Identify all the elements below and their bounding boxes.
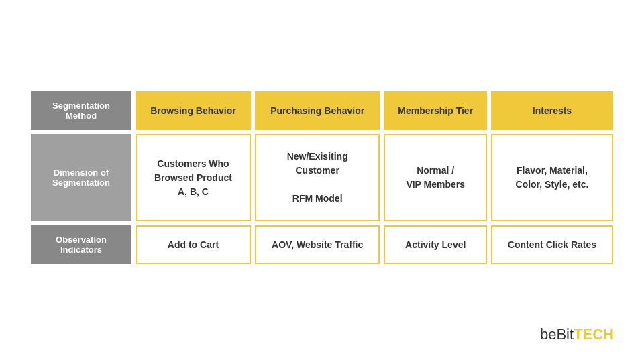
segmentation-method-label: SegmentationMethod: [31, 91, 131, 130]
dimension-label: Dimension ofSegmentation: [31, 134, 131, 221]
browsing-behavior-text: Browsing Behavior: [150, 105, 236, 116]
dimension-membership: Normal /VIP Members: [384, 134, 487, 221]
header-membership-tier: Membership Tier: [384, 91, 487, 130]
header-purchasing-behavior: Purchasing Behavior: [255, 91, 380, 130]
content-click-rates-text: Content Click Rates: [508, 239, 596, 250]
header-interests: Interests: [491, 91, 613, 130]
add-to-cart-text: Add to Cart: [168, 239, 219, 250]
observation-row: ObservationIndicators Add to Cart AOV, W…: [31, 225, 613, 264]
observation-purchasing: AOV, Website Traffic: [255, 225, 380, 264]
observation-interests: Content Click Rates: [491, 225, 613, 264]
aov-website-traffic-text: AOV, Website Traffic: [272, 239, 363, 250]
dimension-purchasing: New/ExisitingCustomerRFM Model: [255, 134, 380, 221]
dimension-row: Dimension ofSegmentation Customers WhoBr…: [31, 134, 613, 221]
purchasing-behavior-text: Purchasing Behavior: [270, 105, 364, 116]
observation-membership: Activity Level: [384, 225, 487, 264]
header-row: SegmentationMethod Browsing Behavior Pur…: [31, 91, 613, 130]
logo-text-thick: TECH: [574, 326, 614, 343]
logo: beBitTECH: [540, 326, 614, 343]
interests-text: Interests: [533, 105, 572, 116]
membership-tier-text: Membership Tier: [398, 105, 473, 116]
logo-text-thin: beBit: [540, 326, 574, 343]
dimension-browsing: Customers WhoBrowsed ProductA, B, C: [136, 134, 251, 221]
header-browsing-behavior: Browsing Behavior: [136, 91, 251, 130]
observation-label: ObservationIndicators: [31, 225, 131, 264]
dimension-interests: Flavor, Material,Color, Style, etc.: [491, 134, 613, 221]
observation-browsing: Add to Cart: [136, 225, 251, 264]
segmentation-table: SegmentationMethod Browsing Behavior Pur…: [27, 87, 617, 268]
page-wrapper: SegmentationMethod Browsing Behavior Pur…: [0, 0, 644, 362]
activity-level-text: Activity Level: [405, 239, 466, 250]
